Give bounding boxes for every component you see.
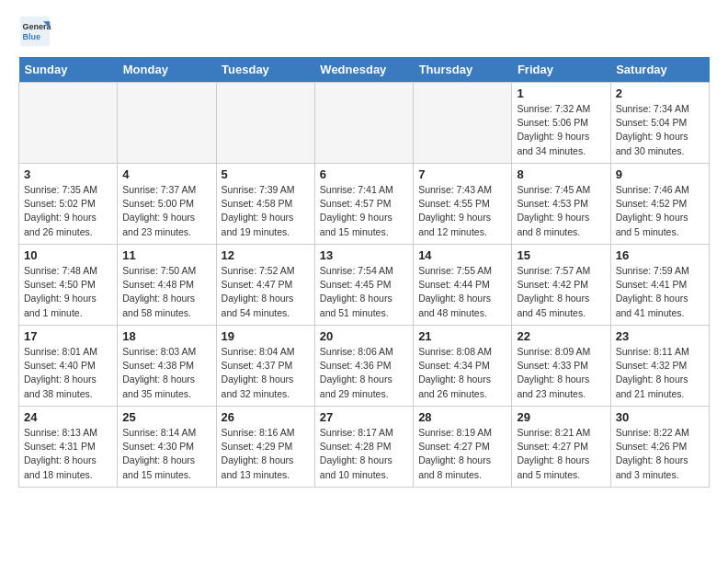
- day-number: 22: [517, 329, 605, 343]
- day-cell: 17Sunrise: 8:01 AM Sunset: 4:40 PM Dayli…: [19, 326, 118, 407]
- day-number: 15: [517, 248, 605, 262]
- day-cell: 1Sunrise: 7:32 AM Sunset: 5:06 PM Daylig…: [512, 83, 610, 164]
- day-number: 4: [122, 167, 210, 181]
- day-info: Sunrise: 8:06 AM Sunset: 4:36 PM Dayligh…: [320, 345, 408, 401]
- day-info: Sunrise: 7:54 AM Sunset: 4:45 PM Dayligh…: [320, 264, 408, 320]
- page: General Blue SundayMondayTuesdayWednesda…: [0, 0, 728, 502]
- day-cell: 13Sunrise: 7:54 AM Sunset: 4:45 PM Dayli…: [314, 245, 413, 326]
- day-info: Sunrise: 8:03 AM Sunset: 4:38 PM Dayligh…: [122, 345, 210, 401]
- day-cell: 29Sunrise: 8:21 AM Sunset: 4:27 PM Dayli…: [512, 407, 610, 488]
- weekday-header: Thursday: [414, 57, 512, 83]
- day-number: 21: [418, 329, 506, 343]
- weekday-header: Tuesday: [216, 57, 314, 83]
- day-info: Sunrise: 8:21 AM Sunset: 4:27 PM Dayligh…: [517, 426, 605, 482]
- day-cell: 14Sunrise: 7:55 AM Sunset: 4:44 PM Dayli…: [414, 245, 512, 326]
- day-cell: 26Sunrise: 8:16 AM Sunset: 4:29 PM Dayli…: [216, 407, 314, 488]
- week-row: 17Sunrise: 8:01 AM Sunset: 4:40 PM Dayli…: [19, 326, 710, 407]
- day-cell: 2Sunrise: 7:34 AM Sunset: 5:04 PM Daylig…: [610, 83, 709, 164]
- day-info: Sunrise: 7:59 AM Sunset: 4:41 PM Dayligh…: [616, 264, 704, 320]
- day-cell: [216, 83, 314, 164]
- day-number: 8: [517, 167, 605, 181]
- day-info: Sunrise: 8:04 AM Sunset: 4:37 PM Dayligh…: [222, 345, 310, 401]
- week-row: 10Sunrise: 7:48 AM Sunset: 4:50 PM Dayli…: [19, 245, 710, 326]
- day-info: Sunrise: 8:17 AM Sunset: 4:28 PM Dayligh…: [320, 426, 408, 482]
- day-info: Sunrise: 7:34 AM Sunset: 5:04 PM Dayligh…: [616, 102, 704, 158]
- day-number: 9: [616, 167, 704, 181]
- day-info: Sunrise: 7:45 AM Sunset: 4:53 PM Dayligh…: [517, 183, 605, 239]
- week-row: 1Sunrise: 7:32 AM Sunset: 5:06 PM Daylig…: [19, 83, 710, 164]
- day-cell: 18Sunrise: 8:03 AM Sunset: 4:38 PM Dayli…: [118, 326, 216, 407]
- day-cell: 23Sunrise: 8:11 AM Sunset: 4:32 PM Dayli…: [610, 326, 709, 407]
- day-cell: 21Sunrise: 8:08 AM Sunset: 4:34 PM Dayli…: [414, 326, 512, 407]
- day-number: 24: [24, 410, 112, 424]
- day-info: Sunrise: 7:35 AM Sunset: 5:02 PM Dayligh…: [24, 183, 112, 239]
- logo: General Blue: [18, 15, 51, 48]
- weekday-header: Saturday: [610, 57, 709, 83]
- day-info: Sunrise: 8:14 AM Sunset: 4:30 PM Dayligh…: [122, 426, 210, 482]
- day-number: 13: [320, 248, 408, 262]
- day-number: 7: [418, 167, 506, 181]
- day-cell: 27Sunrise: 8:17 AM Sunset: 4:28 PM Dayli…: [314, 407, 413, 488]
- day-cell: 3Sunrise: 7:35 AM Sunset: 5:02 PM Daylig…: [19, 164, 118, 245]
- day-number: 27: [320, 410, 408, 424]
- day-info: Sunrise: 8:09 AM Sunset: 4:33 PM Dayligh…: [517, 345, 605, 401]
- week-row: 24Sunrise: 8:13 AM Sunset: 4:31 PM Dayli…: [19, 407, 710, 488]
- day-cell: 6Sunrise: 7:41 AM Sunset: 4:57 PM Daylig…: [314, 164, 413, 245]
- day-info: Sunrise: 7:52 AM Sunset: 4:47 PM Dayligh…: [222, 264, 310, 320]
- day-info: Sunrise: 7:39 AM Sunset: 4:58 PM Dayligh…: [222, 183, 310, 239]
- day-number: 16: [616, 248, 704, 262]
- day-number: 1: [517, 86, 605, 100]
- day-info: Sunrise: 7:43 AM Sunset: 4:55 PM Dayligh…: [418, 183, 506, 239]
- day-number: 14: [418, 248, 506, 262]
- day-number: 2: [616, 86, 704, 100]
- day-cell: 20Sunrise: 8:06 AM Sunset: 4:36 PM Dayli…: [314, 326, 413, 407]
- day-info: Sunrise: 8:22 AM Sunset: 4:26 PM Dayligh…: [616, 426, 704, 482]
- day-cell: 24Sunrise: 8:13 AM Sunset: 4:31 PM Dayli…: [19, 407, 118, 488]
- day-info: Sunrise: 7:46 AM Sunset: 4:52 PM Dayligh…: [616, 183, 704, 239]
- day-info: Sunrise: 7:55 AM Sunset: 4:44 PM Dayligh…: [418, 264, 506, 320]
- svg-text:Blue: Blue: [23, 32, 41, 41]
- weekday-header: Friday: [512, 57, 610, 83]
- day-info: Sunrise: 8:16 AM Sunset: 4:29 PM Dayligh…: [222, 426, 310, 482]
- day-info: Sunrise: 7:32 AM Sunset: 5:06 PM Dayligh…: [517, 102, 605, 158]
- header: General Blue: [18, 15, 710, 48]
- logo-icon: General Blue: [18, 15, 51, 48]
- day-number: 3: [24, 167, 112, 181]
- week-row: 3Sunrise: 7:35 AM Sunset: 5:02 PM Daylig…: [19, 164, 710, 245]
- day-info: Sunrise: 7:57 AM Sunset: 4:42 PM Dayligh…: [517, 264, 605, 320]
- day-cell: 8Sunrise: 7:45 AM Sunset: 4:53 PM Daylig…: [512, 164, 610, 245]
- header-row: SundayMondayTuesdayWednesdayThursdayFrid…: [19, 57, 710, 83]
- day-cell: [118, 83, 216, 164]
- day-number: 28: [418, 410, 506, 424]
- day-number: 30: [616, 410, 704, 424]
- day-number: 25: [122, 410, 210, 424]
- day-cell: 30Sunrise: 8:22 AM Sunset: 4:26 PM Dayli…: [610, 407, 709, 488]
- day-info: Sunrise: 8:11 AM Sunset: 4:32 PM Dayligh…: [616, 345, 704, 401]
- weekday-header: Monday: [118, 57, 216, 83]
- day-cell: 15Sunrise: 7:57 AM Sunset: 4:42 PM Dayli…: [512, 245, 610, 326]
- day-info: Sunrise: 8:13 AM Sunset: 4:31 PM Dayligh…: [24, 426, 112, 482]
- day-cell: 25Sunrise: 8:14 AM Sunset: 4:30 PM Dayli…: [118, 407, 216, 488]
- day-number: 23: [616, 329, 704, 343]
- day-cell: 16Sunrise: 7:59 AM Sunset: 4:41 PM Dayli…: [610, 245, 709, 326]
- day-cell: 22Sunrise: 8:09 AM Sunset: 4:33 PM Dayli…: [512, 326, 610, 407]
- day-number: 6: [320, 167, 408, 181]
- day-number: 12: [222, 248, 310, 262]
- day-cell: 5Sunrise: 7:39 AM Sunset: 4:58 PM Daylig…: [216, 164, 314, 245]
- day-cell: [314, 83, 413, 164]
- weekday-header: Sunday: [19, 57, 118, 83]
- day-cell: 7Sunrise: 7:43 AM Sunset: 4:55 PM Daylig…: [414, 164, 512, 245]
- day-cell: 11Sunrise: 7:50 AM Sunset: 4:48 PM Dayli…: [118, 245, 216, 326]
- day-number: 18: [122, 329, 210, 343]
- day-info: Sunrise: 8:08 AM Sunset: 4:34 PM Dayligh…: [418, 345, 506, 401]
- day-info: Sunrise: 7:50 AM Sunset: 4:48 PM Dayligh…: [122, 264, 210, 320]
- day-info: Sunrise: 8:01 AM Sunset: 4:40 PM Dayligh…: [24, 345, 112, 401]
- day-number: 17: [24, 329, 112, 343]
- day-number: 11: [122, 248, 210, 262]
- day-number: 26: [222, 410, 310, 424]
- day-info: Sunrise: 7:48 AM Sunset: 4:50 PM Dayligh…: [24, 264, 112, 320]
- day-info: Sunrise: 7:37 AM Sunset: 5:00 PM Dayligh…: [122, 183, 210, 239]
- day-number: 19: [222, 329, 310, 343]
- day-cell: 12Sunrise: 7:52 AM Sunset: 4:47 PM Dayli…: [216, 245, 314, 326]
- day-info: Sunrise: 8:19 AM Sunset: 4:27 PM Dayligh…: [418, 426, 506, 482]
